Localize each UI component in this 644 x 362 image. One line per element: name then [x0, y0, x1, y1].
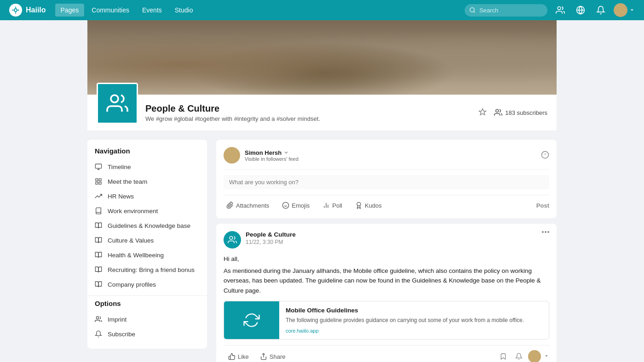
- composer-user: Simon Hersh Visible in followers' feed: [245, 149, 299, 162]
- poll-label: Poll: [332, 202, 342, 209]
- sidebar-item-imprint[interactable]: Imprint: [87, 312, 207, 327]
- svg-point-1: [470, 8, 474, 12]
- sidebar-item-recruiting[interactable]: Recruiting: Bring a friend bonus: [87, 262, 207, 277]
- sidebar-item-work-env[interactable]: Work environment: [87, 204, 207, 218]
- like-button[interactable]: Like: [224, 350, 253, 362]
- cover-image-hands: [87, 20, 557, 95]
- book-open-icon: [95, 222, 102, 229]
- post-line2: As mentioned during the January allhands…: [224, 266, 549, 296]
- page-title-area: People & Culture We #grow #global #toget…: [145, 103, 471, 122]
- grid-icon: [95, 178, 102, 185]
- attachments-button[interactable]: Attachments: [224, 200, 272, 211]
- link-preview-title: Mobile Office Guidelines: [286, 307, 542, 314]
- logo[interactable]: Haiilo: [9, 4, 46, 17]
- trending-icon: [95, 192, 102, 200]
- nav-studio[interactable]: Studio: [169, 4, 199, 17]
- post-avatar-chevron[interactable]: [544, 353, 549, 360]
- svg-point-11: [96, 317, 98, 319]
- nav-communities[interactable]: Communities: [86, 4, 135, 17]
- link-preview[interactable]: Mobile Office Guidelines The following g…: [224, 301, 549, 339]
- people-icon[interactable]: [553, 3, 568, 17]
- people-culture-icon: [106, 92, 128, 114]
- bell-icon[interactable]: [593, 3, 608, 17]
- sidebar-label: Company profiles: [108, 281, 156, 288]
- link-preview-image: [224, 301, 279, 339]
- notification-icon[interactable]: [512, 350, 525, 362]
- attachments-label: Attachments: [236, 202, 269, 209]
- user-avatar-wrapper[interactable]: [614, 3, 635, 17]
- sidebar-label: Subscribe: [108, 331, 135, 338]
- emojis-button[interactable]: Emojis: [279, 200, 312, 211]
- nav-events[interactable]: Events: [137, 4, 167, 17]
- sidebar-label: Health & Wellbeeing: [108, 252, 164, 259]
- svg-point-19: [230, 237, 233, 240]
- main-wrap: People & Culture We #grow #global #toget…: [0, 20, 644, 362]
- page-actions: 183 subscribers: [478, 108, 547, 118]
- nav-links: Pages Communities Events Studio: [55, 4, 199, 17]
- post-composer: Simon Hersh Visible in followers' feed: [216, 140, 557, 218]
- svg-rect-6: [95, 164, 101, 168]
- sidebar-item-subscribe[interactable]: Subscribe: [87, 327, 207, 341]
- svg-rect-8: [99, 179, 101, 181]
- post-avatar: [224, 231, 241, 249]
- book-open4-icon: [95, 266, 102, 273]
- composer-avatar: [224, 147, 240, 164]
- logo-text: Haiilo: [26, 6, 46, 14]
- book-open3-icon: [95, 251, 102, 259]
- refresh-icon: [243, 312, 260, 328]
- bell2-icon: [95, 330, 102, 338]
- bookmark-icon[interactable]: [497, 350, 510, 362]
- sidebar-label: Recruiting: Bring a friend bonus: [108, 266, 195, 273]
- search-icon: [469, 7, 476, 13]
- svg-point-18: [357, 202, 361, 206]
- composer-toolbar: Attachments Emojis Poll: [224, 195, 549, 211]
- post-input[interactable]: [224, 175, 549, 189]
- sidebar-label: Work environment: [108, 208, 158, 215]
- share-button[interactable]: Share: [255, 350, 290, 362]
- sidebar-item-health[interactable]: Health & Wellbeeing: [87, 248, 207, 262]
- composer-header: Simon Hersh Visible in followers' feed: [224, 147, 549, 164]
- post-actions: Like Share: [224, 345, 549, 362]
- post-user-avatar[interactable]: [528, 350, 541, 362]
- sidebar-label: Culture & Values: [108, 237, 154, 244]
- svg-rect-7: [96, 179, 98, 181]
- pin-icon[interactable]: [478, 108, 487, 118]
- kudos-button[interactable]: Kudos: [352, 200, 385, 211]
- book-icon: [95, 207, 102, 215]
- cover-image: [87, 20, 557, 95]
- paperclip-icon: [226, 202, 234, 209]
- composer-name: Simon Hersh: [245, 149, 282, 156]
- cover-section: People & Culture We #grow #global #toget…: [87, 20, 557, 130]
- globe-icon[interactable]: [573, 3, 588, 17]
- post-button[interactable]: Post: [536, 202, 549, 209]
- sidebar-item-hr-news[interactable]: HR News: [87, 189, 207, 204]
- sidebar-item-meet-team[interactable]: Meet the team: [87, 174, 207, 189]
- post-card: People & Culture 11/22, 3:30 PM Hi all, …: [216, 224, 557, 362]
- composer-visibility: Visible in followers' feed: [245, 156, 299, 162]
- search-input[interactable]: [465, 4, 547, 17]
- post-body: Hi all, As mentioned during the January …: [224, 254, 549, 295]
- chevron-icon: [544, 353, 549, 359]
- post-more-button[interactable]: [542, 231, 549, 233]
- link-preview-url: core.haiilo.app: [286, 328, 542, 334]
- sidebar-item-culture[interactable]: Culture & Values: [87, 233, 207, 248]
- nav-right: [465, 3, 635, 17]
- info-icon[interactable]: [541, 151, 549, 160]
- svg-point-2: [558, 7, 561, 10]
- link-preview-description: The following guideline provides guidanc…: [286, 317, 542, 324]
- nav-pages[interactable]: Pages: [55, 4, 85, 17]
- sidebar-item-company-profiles[interactable]: Company profiles: [87, 277, 207, 292]
- sidebar-item-guidelines[interactable]: Guidelines & Knowledge base: [87, 218, 207, 233]
- sidebar-item-timeline[interactable]: Timeline: [87, 159, 207, 174]
- share-label: Share: [270, 353, 286, 360]
- smile-icon: [282, 202, 289, 209]
- post-header: People & Culture 11/22, 3:30 PM: [224, 231, 549, 249]
- page-subtitle: We #grow #global #together with #integri…: [145, 115, 471, 122]
- composer-user-name: Simon Hersh: [245, 149, 299, 156]
- poll-button[interactable]: Poll: [320, 200, 345, 211]
- subscribers-icon: [494, 108, 502, 117]
- page-info-bar: People & Culture We #grow #global #toget…: [87, 95, 557, 130]
- post-author: People & Culture: [246, 231, 537, 238]
- logo-icon: [9, 4, 22, 17]
- monitor-icon: [95, 163, 102, 170]
